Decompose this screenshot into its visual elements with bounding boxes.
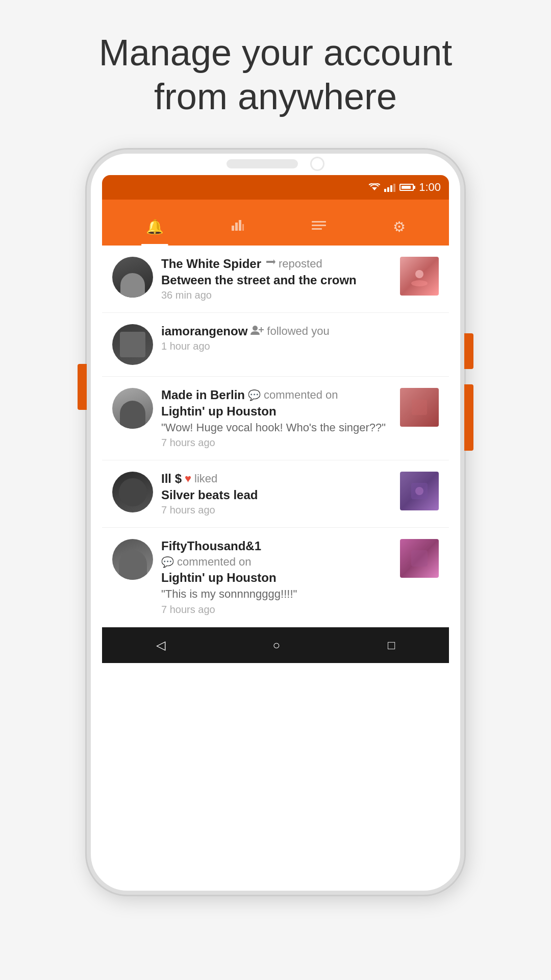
svg-point-8 [415,270,423,278]
notif-action-2: followed you [267,325,329,338]
side-button-left [78,364,87,410]
notif-username-3: Made in Berlin [161,388,245,402]
recent-button[interactable]: □ [372,633,411,657]
notif-item-3[interactable]: Made in Berlin 💬 commented on Lightin' u… [102,377,449,461]
notif-username-4: Ill $ [161,472,182,486]
wifi-icon [369,183,380,191]
speaker-slot [227,159,298,168]
svg-rect-3 [239,220,241,231]
notif-track-4: Silver beats lead [161,488,392,502]
notif-time-4: 7 hours ago [161,504,392,516]
phone-mockup: 1:00 🔔 ⚙ [87,150,464,895]
notif-track-1: Between the street and the crown [161,273,392,287]
notifications-feed: The White Spider reposted Between the st… [102,246,449,627]
notif-comment-3: "Wow! Huge vocal hook! Who's the singer?… [161,421,392,435]
phone-top-hardware [227,157,324,171]
notif-time-3: 7 hours ago [161,437,392,449]
tab-settings[interactable]: ⚙ [383,214,416,239]
notif-username-2: iamorangenow [161,324,247,338]
notif-track-5: Lightin' up Houston [161,571,392,585]
phone-screen: 1:00 🔔 ⚙ [102,175,449,869]
svg-rect-1 [232,226,234,231]
svg-point-10 [253,326,258,331]
status-bar: 1:00 [102,175,449,200]
notif-content-4: Ill $ ♥ liked Silver beats lead 7 hours … [161,472,392,516]
notif-comment-5: "This is my sonnnngggg!!!!" [161,587,392,602]
notif-header-4: Ill $ ♥ liked [161,472,392,486]
notif-content-1: The White Spider reposted Between the st… [161,257,392,301]
back-button[interactable]: ◁ [141,633,181,657]
battery-icon [399,184,414,191]
signal-icon [384,183,395,192]
page-title: Manage your account from anywhere [99,31,452,119]
notif-thumb-4 [400,472,439,510]
avatar-4 [112,472,153,512]
notif-thumb-1 [400,257,439,296]
svg-rect-2 [235,223,238,231]
notif-content-5: FiftyThousand&1 💬 commented on Lightin' … [161,539,392,616]
notif-username-1: The White Spider [161,257,261,271]
notif-item-2[interactable]: iamorangenow followed you 1 hour ago [102,313,449,377]
notif-username-5: FiftyThousand&1 [161,539,261,553]
notif-thumb-5 [400,539,439,578]
notif-header-1: The White Spider reposted [161,257,392,271]
notif-action-4: liked [194,472,217,485]
notif-thumb-3 [400,388,439,427]
comment-icon-3: 💬 [248,389,261,401]
stream-icon [312,220,326,232]
svg-rect-5 [312,221,326,223]
svg-marker-0 [372,187,377,190]
notif-content-2: iamorangenow followed you 1 hour ago [161,324,439,352]
stats-icon [231,217,245,232]
avatar-1 [112,257,153,298]
avatar-5 [112,539,153,580]
status-time: 1:00 [419,181,441,194]
svg-rect-4 [242,224,244,231]
bottom-nav: ◁ ○ □ [102,627,449,663]
avatar-3 [112,388,153,429]
notif-header-3: Made in Berlin 💬 commented on [161,388,392,402]
tab-stats[interactable] [220,213,255,239]
svg-rect-13 [412,400,427,415]
svg-rect-7 [312,228,322,230]
notif-content-3: Made in Berlin 💬 commented on Lightin' u… [161,388,392,449]
notif-header-2: iamorangenow followed you [161,324,439,338]
follow-icon-2 [251,325,264,337]
like-icon-4: ♥ [185,472,191,485]
notif-time-2: 1 hour ago [161,340,439,352]
notif-time-1: 36 min ago [161,289,392,301]
avatar-2 [112,324,153,365]
notif-item-4[interactable]: Ill $ ♥ liked Silver beats lead 7 hours … [102,460,449,528]
tab-notifications[interactable]: 🔔 [136,214,174,239]
svg-rect-16 [411,550,428,567]
svg-point-9 [411,280,428,286]
notif-action-1: reposted [279,257,322,271]
side-button-right-top [464,333,473,369]
notif-item-1[interactable]: The White Spider reposted Between the st… [102,246,449,313]
tab-stream[interactable] [302,215,336,239]
notif-action-3: commented on [264,388,338,402]
notif-action-5: commented on [177,555,252,569]
notif-time-5: 7 hours ago [161,604,392,616]
status-icons [369,183,414,192]
svg-rect-6 [312,225,326,226]
notif-item-5[interactable]: FiftyThousand&1 💬 commented on Lightin' … [102,528,449,627]
repost-icon-1 [264,258,276,270]
camera-dot [310,157,324,171]
comment-icon-5: 💬 [161,556,174,568]
app-header: 🔔 ⚙ [102,200,449,246]
side-button-right-mid [464,384,473,451]
notif-header-5: FiftyThousand&1 [161,539,392,553]
svg-point-15 [415,487,423,495]
home-button[interactable]: ○ [258,633,296,657]
notif-track-3: Lightin' up Houston [161,404,392,419]
